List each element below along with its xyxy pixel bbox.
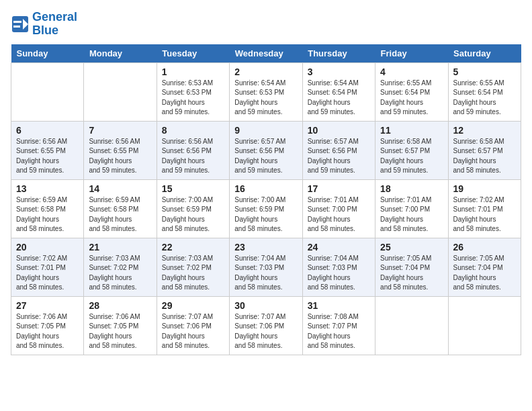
day-info: Sunrise: 7:07 AMSunset: 7:06 PMDaylight … [234,312,297,351]
day-number: 27 [16,300,79,311]
day-number: 12 [453,125,516,136]
day-cell-9: 9Sunrise: 6:57 AMSunset: 6:56 PMDaylight… [230,121,302,179]
day-cell-6: 6Sunrise: 6:56 AMSunset: 6:55 PMDaylight… [11,121,84,179]
day-cell-1: 1Sunrise: 6:53 AMSunset: 6:53 PMDaylight… [157,62,229,121]
day-cell-24: 24Sunrise: 7:04 AMSunset: 7:03 PMDayligh… [302,238,375,296]
day-number: 2 [234,66,297,77]
day-number: 6 [16,125,79,136]
day-cell-8: 8Sunrise: 6:56 AMSunset: 6:56 PMDaylight… [157,121,229,179]
day-number: 24 [308,242,370,253]
week-row-2: 6Sunrise: 6:56 AMSunset: 6:55 PMDaylight… [11,121,521,179]
day-cell-3: 3Sunrise: 6:54 AMSunset: 6:54 PMDaylight… [302,62,375,121]
day-cell-5: 5Sunrise: 6:55 AMSunset: 6:54 PMDaylight… [448,62,521,121]
empty-cell [11,62,84,121]
weekday-header-saturday: Saturday [448,44,521,63]
day-info: Sunrise: 6:57 AMSunset: 6:56 PMDaylight … [308,137,370,176]
day-info: Sunrise: 7:06 AMSunset: 7:05 PMDaylight … [89,312,151,351]
day-number: 11 [380,125,443,136]
day-cell-21: 21Sunrise: 7:03 AMSunset: 7:02 PMDayligh… [84,238,157,296]
day-info: Sunrise: 6:55 AMSunset: 6:54 PMDaylight … [380,79,443,118]
day-number: 4 [380,66,443,77]
day-number: 30 [234,300,297,311]
day-number: 29 [162,300,224,311]
svg-rect-2 [13,21,21,23]
day-number: 25 [380,242,443,253]
svg-rect-3 [13,26,20,28]
day-number: 21 [89,242,151,253]
day-cell-19: 19Sunrise: 7:02 AMSunset: 7:01 PMDayligh… [448,179,521,238]
day-cell-13: 13Sunrise: 6:59 AMSunset: 6:58 PMDayligh… [11,179,84,238]
day-number: 9 [234,125,297,136]
day-number: 1 [162,66,224,77]
day-info: Sunrise: 6:59 AMSunset: 6:58 PMDaylight … [89,195,151,234]
weekday-header-monday: Monday [84,44,157,63]
day-info: Sunrise: 6:59 AMSunset: 6:58 PMDaylight … [16,195,79,234]
logo: General Blue [11,11,77,38]
day-cell-11: 11Sunrise: 6:58 AMSunset: 6:57 PMDayligh… [375,121,448,179]
header: General Blue [11,11,521,38]
day-number: 19 [453,183,516,194]
day-cell-4: 4Sunrise: 6:55 AMSunset: 6:54 PMDaylight… [375,62,448,121]
empty-cell [84,62,157,121]
week-row-3: 13Sunrise: 6:59 AMSunset: 6:58 PMDayligh… [11,179,521,238]
weekday-header-friday: Friday [375,44,448,63]
day-cell-27: 27Sunrise: 7:06 AMSunset: 7:05 PMDayligh… [11,296,84,355]
day-info: Sunrise: 6:56 AMSunset: 6:55 PMDaylight … [89,137,151,176]
day-cell-25: 25Sunrise: 7:05 AMSunset: 7:04 PMDayligh… [375,238,448,296]
logo-icon [11,15,30,34]
day-info: Sunrise: 7:00 AMSunset: 6:59 PMDaylight … [162,195,224,234]
day-number: 7 [89,125,151,136]
day-cell-7: 7Sunrise: 6:56 AMSunset: 6:55 PMDaylight… [84,121,157,179]
calendar-table: SundayMondayTuesdayWednesdayThursdayFrid… [11,44,521,355]
day-cell-28: 28Sunrise: 7:06 AMSunset: 7:05 PMDayligh… [84,296,157,355]
day-cell-14: 14Sunrise: 6:59 AMSunset: 6:58 PMDayligh… [84,179,157,238]
weekday-header-thursday: Thursday [302,44,375,63]
day-info: Sunrise: 7:00 AMSunset: 6:59 PMDaylight … [234,195,297,234]
day-info: Sunrise: 6:58 AMSunset: 6:57 PMDaylight … [453,137,516,176]
day-info: Sunrise: 6:54 AMSunset: 6:53 PMDaylight … [234,79,297,118]
week-row-1: 1Sunrise: 6:53 AMSunset: 6:53 PMDaylight… [11,62,521,121]
day-cell-18: 18Sunrise: 7:01 AMSunset: 7:00 PMDayligh… [375,179,448,238]
day-number: 23 [234,242,297,253]
day-info: Sunrise: 7:02 AMSunset: 7:01 PMDaylight … [453,195,516,234]
day-cell-31: 31Sunrise: 7:08 AMSunset: 7:07 PMDayligh… [302,296,375,355]
weekday-header-sunday: Sunday [11,44,84,63]
day-info: Sunrise: 7:08 AMSunset: 7:07 PMDaylight … [308,312,370,351]
day-number: 5 [453,66,516,77]
day-cell-30: 30Sunrise: 7:07 AMSunset: 7:06 PMDayligh… [230,296,302,355]
day-number: 28 [89,300,151,311]
day-number: 3 [308,66,370,77]
day-number: 16 [234,183,297,194]
day-info: Sunrise: 6:56 AMSunset: 6:56 PMDaylight … [162,137,224,176]
day-cell-12: 12Sunrise: 6:58 AMSunset: 6:57 PMDayligh… [448,121,521,179]
day-number: 20 [16,242,79,253]
day-cell-26: 26Sunrise: 7:05 AMSunset: 7:04 PMDayligh… [448,238,521,296]
day-number: 18 [380,183,443,194]
day-number: 31 [308,300,370,311]
week-row-4: 20Sunrise: 7:02 AMSunset: 7:01 PMDayligh… [11,238,521,296]
header-row: SundayMondayTuesdayWednesdayThursdayFrid… [11,44,521,63]
day-info: Sunrise: 7:07 AMSunset: 7:06 PMDaylight … [162,312,224,351]
logo-text: General Blue [32,11,77,38]
day-info: Sunrise: 6:55 AMSunset: 6:54 PMDaylight … [453,79,516,118]
day-number: 22 [162,242,224,253]
day-cell-22: 22Sunrise: 7:03 AMSunset: 7:02 PMDayligh… [157,238,229,296]
day-number: 15 [162,183,224,194]
day-cell-23: 23Sunrise: 7:04 AMSunset: 7:03 PMDayligh… [230,238,302,296]
day-info: Sunrise: 6:58 AMSunset: 6:57 PMDaylight … [380,137,443,176]
day-cell-29: 29Sunrise: 7:07 AMSunset: 7:06 PMDayligh… [157,296,229,355]
empty-cell [448,296,521,355]
day-info: Sunrise: 7:05 AMSunset: 7:04 PMDaylight … [453,254,516,293]
day-number: 10 [308,125,370,136]
day-info: Sunrise: 7:01 AMSunset: 7:00 PMDaylight … [380,195,443,234]
week-row-5: 27Sunrise: 7:06 AMSunset: 7:05 PMDayligh… [11,296,521,355]
weekday-header-wednesday: Wednesday [230,44,302,63]
day-info: Sunrise: 7:02 AMSunset: 7:01 PMDaylight … [16,254,79,293]
day-cell-16: 16Sunrise: 7:00 AMSunset: 6:59 PMDayligh… [230,179,302,238]
day-cell-17: 17Sunrise: 7:01 AMSunset: 7:00 PMDayligh… [302,179,375,238]
day-number: 8 [162,125,224,136]
day-cell-10: 10Sunrise: 6:57 AMSunset: 6:56 PMDayligh… [302,121,375,179]
day-info: Sunrise: 6:57 AMSunset: 6:56 PMDaylight … [234,137,297,176]
day-info: Sunrise: 7:04 AMSunset: 7:03 PMDaylight … [308,254,370,293]
day-number: 14 [89,183,151,194]
